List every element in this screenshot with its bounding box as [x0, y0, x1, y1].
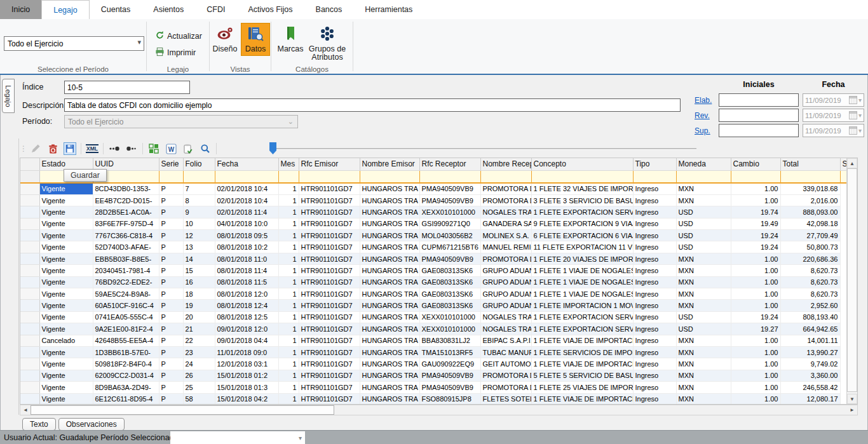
row-selector[interactable] [20, 311, 39, 323]
row-selector[interactable] [20, 323, 39, 335]
cell[interactable]: MXN [676, 265, 731, 276]
cell[interactable]: GRUPO ADUANA [480, 300, 531, 311]
cell[interactable]: MXN [676, 358, 731, 370]
filter-cell[interactable] [299, 170, 360, 183]
cell[interactable]: Vigente [39, 382, 93, 393]
table-row[interactable]: Vigente1D3BB61B-57E0-P2311/01/2018 09:01… [20, 346, 857, 358]
cell[interactable]: GAE080313SK6 [419, 300, 480, 311]
cell[interactable]: HUNGAROS TRA [360, 382, 419, 393]
cell[interactable]: FLETES SOTELC [480, 393, 531, 405]
filter-cell[interactable] [20, 170, 39, 183]
cell[interactable]: 10 [183, 218, 215, 229]
cell[interactable]: 15 [183, 265, 215, 276]
cell[interactable]: 08/01/2018 12:4 [215, 300, 278, 311]
cell[interactable]: 1 [278, 253, 299, 264]
row-selector[interactable] [20, 370, 39, 381]
cell[interactable]: HUNGAROS TRA [360, 311, 419, 323]
cell[interactable]: P [159, 230, 183, 241]
column-header-rfc-receptor[interactable]: Rfc Receptor [419, 158, 480, 170]
cell[interactable]: 1 FLETE EXPORTACION SERVICIOS D [531, 311, 633, 323]
cell[interactable]: P [159, 300, 183, 311]
cell[interactable]: P [159, 265, 183, 276]
cell[interactable]: GAE080313SK6 [419, 276, 480, 288]
column-header-nombre-receptor[interactable]: Nombre Receptor [480, 158, 531, 170]
cell[interactable]: EE4B7C2D-D015- [93, 194, 159, 206]
cell[interactable]: 02/01/2018 10:4 [215, 194, 278, 206]
table-row[interactable]: Vigente8CD43DB0-1353-P702/01/2018 10:41H… [20, 183, 857, 194]
cell[interactable]: 1 [278, 183, 299, 194]
cell[interactable]: P [159, 358, 183, 370]
cell[interactable]: 2,952.60 [780, 300, 840, 311]
cell[interactable]: 7767C366-C818-4 [93, 230, 159, 241]
cell[interactable]: 1 [278, 230, 299, 241]
slider-track[interactable] [269, 148, 696, 150]
cell[interactable]: MXN [676, 335, 731, 346]
table-row[interactable]: Cancelado42648B55-EE5A-4P2209/01/2018 04… [20, 335, 857, 346]
cell[interactable]: GRUPO ADUANA [480, 276, 531, 288]
column-header-fecha[interactable]: Fecha [215, 158, 278, 170]
cell[interactable]: Vigente [39, 206, 93, 218]
cell[interactable]: 42648B55-EE5A-4 [93, 335, 159, 346]
cell[interactable]: 888,093.00 [780, 206, 840, 218]
rev-initials-field[interactable] [719, 109, 799, 122]
cell[interactable]: GEIT AUTOMOTI [480, 358, 531, 370]
cell[interactable]: Vigente [39, 183, 93, 194]
table-row[interactable]: VigenteEE4B7C2D-D015-P802/01/2018 10:41H… [20, 194, 857, 206]
cell[interactable]: 52D740D3-AFAE- [93, 241, 159, 253]
filter-cell[interactable] [633, 170, 676, 183]
cell[interactable]: GAE080313SK6 [419, 288, 480, 300]
cell[interactable]: HUNGAROS TRA [360, 276, 419, 288]
cell[interactable]: HTR901101GD7 [299, 183, 360, 194]
cell[interactable]: 808,193.40 [780, 311, 840, 323]
cell[interactable]: 8,620.73 [780, 276, 840, 288]
cell[interactable]: 2,016.00 [780, 194, 840, 206]
cell[interactable]: 8,620.73 [780, 288, 840, 300]
cell[interactable]: HTR901101GD7 [299, 194, 360, 206]
cell[interactable]: Ingreso [633, 382, 676, 393]
cell[interactable]: 42,098.18 [780, 218, 840, 229]
tab-cfdi[interactable]: CFDI [195, 0, 236, 19]
table-row[interactable]: Vigente59AE5C24-B9A8-P1808/01/2018 12:01… [20, 288, 857, 300]
cell[interactable]: MOLINEX S.A. DI [480, 230, 531, 241]
cell[interactable]: 1.00 [731, 358, 780, 370]
cell[interactable]: PROMOTORA DE [480, 370, 531, 381]
cell[interactable]: 1 [278, 276, 299, 288]
cell[interactable]: 21 [183, 323, 215, 335]
row-selector[interactable] [20, 183, 39, 194]
cell[interactable]: HUNGAROS TRA [360, 370, 419, 381]
horizontal-scrollbar[interactable]: ◄ ► [20, 405, 858, 415]
cell[interactable]: 1D3BB61B-57E0- [93, 346, 159, 358]
cell[interactable]: 1.00 [731, 288, 780, 300]
cell[interactable]: USD [676, 218, 731, 229]
cell[interactable]: HUNGAROS TRA [360, 194, 419, 206]
slider-thumb[interactable] [269, 142, 276, 154]
cell[interactable]: HUNGAROS TRA [360, 241, 419, 253]
cell[interactable]: 19.24 [731, 241, 780, 253]
cell[interactable]: Ingreso [633, 300, 676, 311]
cell[interactable]: 58 [183, 393, 215, 405]
cell[interactable]: Vigente [39, 358, 93, 370]
filter-cell[interactable] [531, 170, 633, 183]
cell[interactable]: 1.00 [731, 370, 780, 381]
cell[interactable]: 1.00 [731, 253, 780, 264]
cell[interactable]: MXN [676, 382, 731, 393]
table-row[interactable]: Vigente20340451-7981-4P1508/01/2018 11:4… [20, 265, 857, 276]
cell[interactable]: 0741EA05-555C-4 [93, 311, 159, 323]
cell[interactable]: 1 FLETE VIAJE DE IMPORTACION DE F [531, 358, 633, 370]
row-selector[interactable] [20, 288, 39, 300]
cell[interactable]: Ingreso [633, 194, 676, 206]
cell[interactable]: 1 FLETE 32 VIAJES DE IMPORTACIONI [531, 183, 633, 194]
cell[interactable]: 02/01/2018 11:4 [215, 206, 278, 218]
cell[interactable]: EBB5B03F-B8E5- [93, 253, 159, 264]
vertical-scroll-thumb[interactable] [847, 168, 857, 392]
sup-initials-field[interactable] [719, 124, 799, 137]
cell[interactable]: P [159, 241, 183, 253]
cell[interactable]: PMA940509VB9 [419, 382, 480, 393]
status-period-combo[interactable]: ▾ [170, 431, 305, 444]
cell[interactable]: 08/01/2018 12:0 [215, 288, 278, 300]
filter-cell[interactable] [676, 170, 731, 183]
table-row[interactable]: Vigente509818F2-B4F0-4P2412/01/2018 03:1… [20, 358, 857, 370]
cell[interactable]: 20 [183, 311, 215, 323]
cell[interactable]: 8D9BA63A-2D49- [93, 382, 159, 393]
cell[interactable]: PMA940509VB9 [419, 253, 480, 264]
